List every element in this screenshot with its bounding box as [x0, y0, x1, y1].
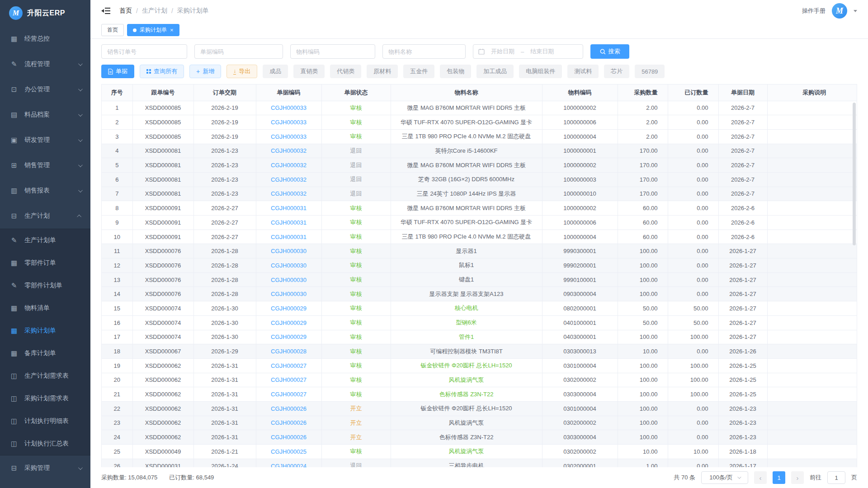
doc-code-link[interactable]: CGJH000027 — [271, 391, 307, 398]
add-button[interactable]: + 新增 — [189, 65, 221, 78]
sidebar-item-parts-plan-order[interactable]: ✎零部件计划单 — [0, 274, 90, 297]
document-button[interactable]: 单据 — [101, 65, 134, 78]
doc-code-link[interactable]: CGJH000028 — [271, 348, 307, 355]
sidebar-item-process-mgmt[interactable]: ✎流程管理 — [0, 52, 90, 77]
doc-code-link[interactable]: CGJH000033 — [271, 104, 307, 111]
table-row[interactable]: 6XSDD0000812026-1-23CGJH000032退回芝奇 32GB … — [102, 172, 857, 187]
doc-code-link[interactable]: CGJH000031 — [271, 219, 307, 226]
query-all-button[interactable]: 查询所有 — [140, 65, 184, 78]
doc-code-link[interactable]: CGJH000026 — [271, 419, 307, 426]
breadcrumb-production-plan[interactable]: 生产计划 — [142, 7, 167, 15]
table-row[interactable]: 18XSDD0000672026-1-29CGJH000028审核可编程控制器模… — [102, 344, 857, 359]
doc-code-link[interactable]: CGJH000027 — [271, 362, 307, 369]
doc-code-link[interactable]: CGJH000031 — [271, 234, 307, 240]
page-size-select[interactable]: 100条/页 — [701, 471, 748, 484]
table-row[interactable]: 12XSDD0000762026-1-28CGJH000030审核鼠标19990… — [102, 258, 857, 273]
table-row[interactable]: 5XSDD0000812026-1-23CGJH000032退回微星 MAG B… — [102, 158, 857, 173]
doc-code-link[interactable]: CGJH000025 — [271, 448, 307, 455]
category-chip-9[interactable]: 芯片 — [604, 65, 629, 78]
sidebar-item-purchase-mgmt[interactable]: ⊟采购管理 — [0, 455, 90, 481]
doc-code-link[interactable]: CGJH000033 — [271, 119, 307, 126]
table-row[interactable]: 24XSDD0000622026-1-31CGJH000026开立色标传感器 Z… — [102, 430, 857, 445]
user-menu-caret-icon[interactable] — [854, 10, 857, 12]
table-row[interactable]: 25XSDD0000492026-1-21CGJH000025审核风机旋涡气泵0… — [102, 445, 857, 459]
table-row[interactable]: 23XSDD0000622026-1-31CGJH000026开立风机旋涡气泵0… — [102, 416, 857, 430]
sidebar-item-parts-order[interactable]: ▦零部件订单 — [0, 252, 90, 274]
date-range-picker[interactable]: 开始日期 – 结束日期 — [473, 44, 583, 59]
doc-code-link[interactable]: CGJH000032 — [271, 176, 307, 183]
table-row[interactable]: 8XSDD0000912026-2-27CGJH000031审核微星 MAG B… — [102, 201, 857, 216]
next-page-button[interactable]: › — [791, 471, 804, 484]
category-chip-6[interactable]: 加工成品 — [476, 65, 514, 78]
material-name-input[interactable] — [382, 44, 466, 59]
category-chip-10[interactable]: 56789 — [635, 65, 665, 78]
sales-order-input[interactable] — [101, 44, 187, 59]
doc-code-link[interactable]: CGJH000027 — [271, 376, 307, 383]
prev-page-button[interactable]: ‹ — [754, 471, 767, 484]
search-button[interactable]: 搜索 — [590, 44, 629, 59]
tab-home[interactable]: 首页 — [101, 24, 124, 36]
export-button[interactable]: ↓ 导出 — [226, 65, 257, 78]
table-row[interactable]: 21XSDD0000622026-1-31CGJH000027审核色标传感器 Z… — [102, 387, 857, 402]
doc-code-link[interactable]: CGJH000030 — [271, 262, 307, 269]
doc-code-link[interactable]: CGJH000026 — [271, 434, 307, 441]
category-chip-0[interactable]: 成品 — [263, 65, 288, 78]
category-chip-8[interactable]: 测试料 — [567, 65, 599, 78]
category-chip-2[interactable]: 代销类 — [330, 65, 361, 78]
doc-code-link[interactable]: CGJH000029 — [271, 305, 307, 312]
table-row[interactable]: 9XSDD0000912026-2-27CGJH000031审核华硕 TUF-R… — [102, 216, 857, 230]
table-row[interactable]: 13XSDD0000762026-1-28CGJH000030审核键盘19990… — [102, 272, 857, 287]
user-avatar[interactable]: M — [832, 3, 847, 19]
table-row[interactable]: 15XSDD0000742026-1-30CGJH000029审核核心电机080… — [102, 301, 857, 316]
close-icon[interactable]: × — [170, 27, 174, 33]
doc-code-link[interactable]: CGJH000031 — [271, 205, 307, 211]
table-row[interactable]: 14XSDD0000762026-1-28CGJH000030审核显示器支架 显… — [102, 287, 857, 301]
table-row[interactable]: 20XSDD0000622026-1-31CGJH000027审核风机旋涡气泵0… — [102, 373, 857, 387]
category-chip-7[interactable]: 电脑组装件 — [519, 65, 562, 78]
table-row[interactable]: 7XSDD0000812026-1-23CGJH000032退回三星 24英寸 … — [102, 187, 857, 201]
doc-code-link[interactable]: CGJH000033 — [271, 133, 307, 140]
sidebar-item-production-plan-order[interactable]: ✎生产计划单 — [0, 229, 90, 252]
sidebar-item-purchase-plan-demand[interactable]: ◫采购计划需求表 — [0, 387, 90, 410]
goto-page-input[interactable] — [827, 471, 845, 484]
sidebar-item-sales-mgmt[interactable]: ⊞销售管理 — [0, 153, 90, 178]
table-row[interactable]: 3XSDD0000852026-2-19CGJH000033审核三星 1TB 9… — [102, 129, 857, 144]
table-row[interactable]: 19XSDD0000622026-1-31CGJH000027审核钣金铰链件 Φ… — [102, 358, 857, 373]
sidebar-item-purchase-plan-order[interactable]: ▦采购计划单 — [0, 319, 90, 342]
breadcrumb-home[interactable]: 首页 — [119, 7, 132, 15]
sidebar-item-stock-plan-order[interactable]: ▦备库计划单 — [0, 342, 90, 365]
help-manual-link[interactable]: 操作手册 — [802, 7, 826, 15]
doc-code-link[interactable]: CGJH000029 — [271, 319, 307, 326]
table-row[interactable]: 2XSDD0000852026-2-19CGJH000033审核华硕 TUF-R… — [102, 115, 857, 130]
table-row[interactable]: 10XSDD0000912026-2-27CGJH000031审核三星 1TB … — [102, 230, 857, 244]
sidebar-item-workshop-settings[interactable]: ⚙车间设置 — [0, 481, 90, 488]
sidebar-item-plan-exec-summary[interactable]: ◫计划执行汇总表 — [0, 432, 90, 455]
doc-code-link[interactable]: CGJH000026 — [271, 405, 307, 412]
table-row[interactable]: 4XSDD0000812026-1-23CGJH000032退回英特尔Core … — [102, 144, 857, 158]
category-chip-3[interactable]: 原材料 — [367, 65, 398, 78]
table-row[interactable]: 26XSDD0000312026-1-24CGJH000024退回三相异步电机0… — [102, 459, 857, 467]
sidebar-item-office-mgmt[interactable]: ⊡办公管理 — [0, 77, 90, 102]
doc-code-input[interactable] — [194, 44, 283, 59]
doc-code-link[interactable]: CGJH000030 — [271, 248, 307, 254]
sidebar-item-production-plan[interactable]: ⊟生产计划 — [0, 203, 90, 229]
table-row[interactable]: 17XSDD0000742026-1-30CGJH000029审核管件10403… — [102, 330, 857, 344]
sidebar-item-material-archive[interactable]: ▤料品档案 — [0, 102, 90, 127]
vertical-scrollbar[interactable] — [853, 103, 856, 245]
doc-code-link[interactable]: CGJH000029 — [271, 333, 307, 340]
sidebar-item-rd-mgmt[interactable]: ▣研发管理 — [0, 127, 90, 153]
sidebar-item-business-overview[interactable]: ▦经营总控 — [0, 26, 90, 52]
category-chip-1[interactable]: 直销类 — [293, 65, 325, 78]
doc-code-link[interactable]: CGJH000024 — [271, 463, 307, 467]
table-row[interactable]: 16XSDD0000742026-1-30CGJH000029审核型钢6米040… — [102, 315, 857, 330]
tab-active[interactable]: 采购计划单× — [127, 24, 179, 36]
table-row[interactable]: 22XSDD0000622026-1-31CGJH000026开立钣金铰链件 Φ… — [102, 401, 857, 416]
category-chip-4[interactable]: 五金件 — [403, 65, 434, 78]
sidebar-item-plan-exec-detail[interactable]: ◫计划执行明细表 — [0, 410, 90, 432]
doc-code-link[interactable]: CGJH000032 — [271, 190, 307, 197]
sidebar-item-production-plan-demand[interactable]: ◫生产计划需求表 — [0, 365, 90, 387]
table-row[interactable]: 11XSDD0000762026-1-28CGJH000030审核显示器1999… — [102, 244, 857, 258]
sidebar-collapse-icon[interactable] — [101, 7, 110, 14]
doc-code-link[interactable]: CGJH000032 — [271, 147, 307, 154]
current-page-button[interactable]: 1 — [773, 471, 785, 484]
